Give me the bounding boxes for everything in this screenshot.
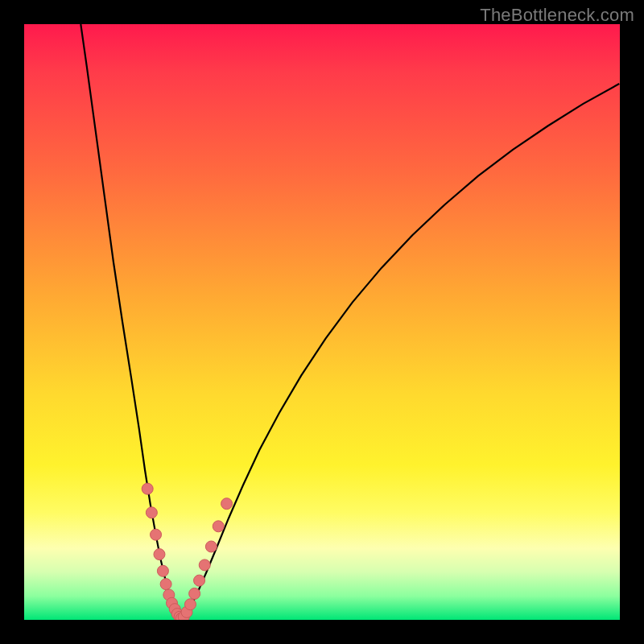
- data-dot: [146, 507, 157, 518]
- data-dot: [199, 559, 210, 571]
- data-dots-group: [142, 483, 232, 620]
- data-dot: [189, 588, 200, 599]
- chart-svg: [24, 24, 620, 620]
- data-dot: [154, 549, 165, 560]
- data-dot: [205, 541, 217, 552]
- data-dot: [160, 579, 171, 590]
- data-dot: [157, 565, 168, 576]
- watermark-text: TheBottleneck.com: [480, 5, 634, 26]
- data-dot: [142, 483, 153, 494]
- data-dot: [194, 575, 205, 586]
- data-dot: [221, 498, 233, 510]
- chart-plot-area: [24, 24, 620, 620]
- data-dot: [184, 599, 196, 610]
- curve-right-branch: [181, 84, 619, 618]
- data-dot: [151, 529, 162, 540]
- data-dot: [213, 521, 224, 532]
- curve-left-branch: [80, 24, 181, 618]
